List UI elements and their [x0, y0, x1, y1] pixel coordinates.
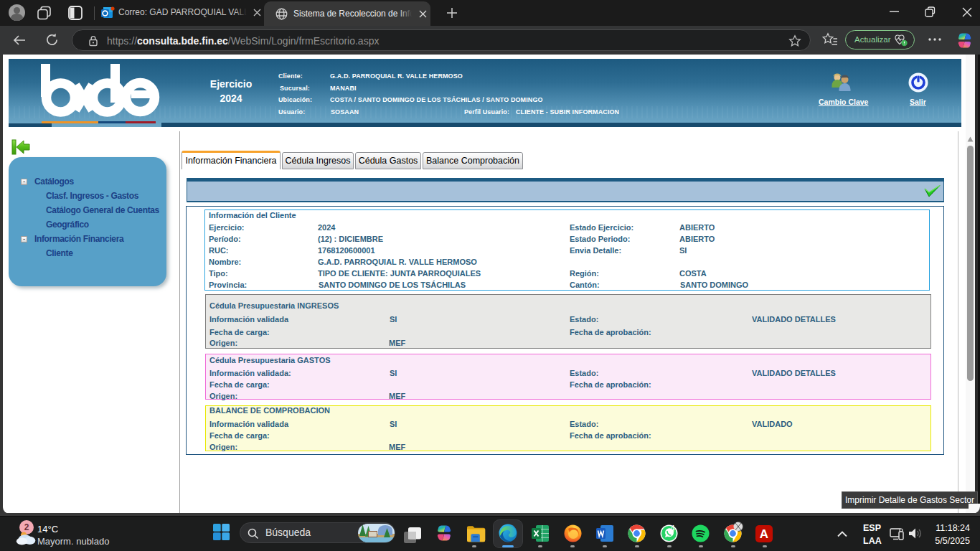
svg-text:A: A: [760, 527, 768, 541]
